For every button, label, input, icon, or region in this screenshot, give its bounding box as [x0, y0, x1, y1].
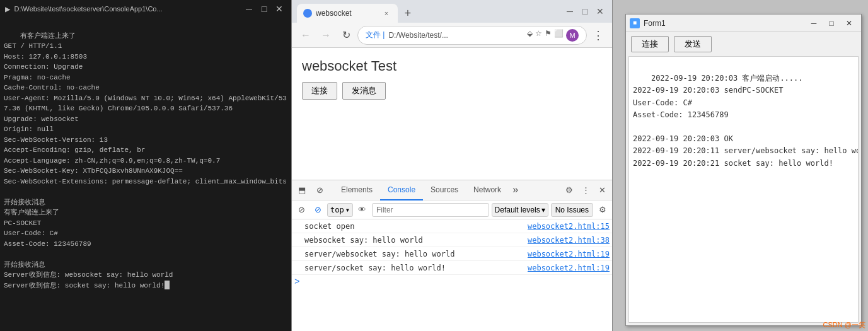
prompt-arrow: > [294, 277, 299, 287]
log-entry-4: server/socket say: hello world! websocke… [292, 261, 612, 275]
watermark: CSDN @一笑 [823, 320, 865, 330]
devtools-more-options-button[interactable]: ⋮ [578, 183, 593, 198]
console-output: 有客户端连上来了 GET / HTTP/1.1 Host: 127.0.0.1:… [0, 18, 291, 331]
context-label: top [330, 206, 344, 214]
console-title: D:\Website\test\socketserver\ConsoleApp1… [14, 5, 162, 13]
forward-button[interactable]: → [317, 26, 335, 44]
devtools-panel: ⬒ ⊘ Elements Console Sources Network » [292, 180, 612, 331]
log-text-1: socket open [304, 222, 354, 231]
browser-window: websocket × + ─ □ ✕ ← → ↻ 文件 | D:/Websit… [291, 0, 613, 331]
winforms-minimize-button[interactable]: ─ [806, 17, 822, 30]
address-bar[interactable]: 文件 | D:/Website/test/... ⬙ ☆ ⚑ ⬜ M [357, 26, 587, 45]
winforms-window: ■ Form1 ─ □ ✕ 连接 发送 2022-09-19 20:20:03 … [625, 14, 862, 326]
log-entry-2: websocket say: hello world websocket2.ht… [292, 233, 612, 247]
extension-icon: ⚑ [545, 29, 552, 42]
console-minimize-button[interactable]: ─ [242, 2, 256, 16]
profile-avatar[interactable]: M [566, 29, 579, 42]
console-titlebar-buttons: ─ □ ✕ [242, 2, 286, 16]
console-titlebar: ▶ D:\Website\test\socketserver\ConsoleAp… [0, 0, 291, 18]
browser-menu-button[interactable]: ⋮ [589, 26, 607, 44]
console-maximize-button[interactable]: □ [257, 2, 271, 16]
console-filter-input[interactable] [372, 203, 489, 217]
devtools-tab-sources[interactable]: Sources [423, 180, 466, 200]
devtools-toolbar: ⊘ ⊘ top ▾ 👁 Default levels ▾ No Issues ⚙ [292, 200, 612, 219]
browser-close-button[interactable]: ✕ [593, 4, 607, 18]
devtools-tab-network[interactable]: Network [466, 180, 509, 200]
devtools-inspect-button[interactable]: ⬒ [294, 183, 310, 198]
console-filter-button[interactable]: ⊘ [311, 203, 325, 217]
log-text-2: websocket say: hello world [304, 236, 423, 245]
devtools-close-button[interactable]: ✕ [594, 183, 610, 198]
ws-send-button[interactable]: 发消息 [342, 82, 386, 100]
devtools-left-icons: ⬒ ⊘ [294, 183, 327, 198]
browser-maximize-button[interactable]: □ [578, 4, 592, 18]
winforms-titlebar-buttons: ─ □ ✕ [806, 17, 857, 30]
log-link-1[interactable]: websocket2.html:15 [528, 222, 610, 231]
reload-button[interactable]: ↻ [337, 26, 355, 44]
tab-title: websocket [316, 9, 378, 18]
log-link-4[interactable]: websocket2.html:19 [528, 264, 610, 272]
winforms-connect-button[interactable]: 连接 [631, 36, 669, 52]
address-icon-group: ⬙ ☆ ⚑ ⬜ M [527, 29, 579, 42]
log-link-3[interactable]: websocket2.html:19 [528, 250, 610, 258]
winforms-log-area: 2022-09-19 20:20:03 客户端启动..... 2022-09-1… [628, 56, 859, 323]
console-window: ▶ D:\Website\test\socketserver\ConsoleAp… [0, 0, 291, 331]
page-title: websocket Test [302, 58, 602, 74]
browser-titlebar-controls: ─ □ ✕ [563, 4, 607, 18]
winforms-titlebar: ■ Form1 ─ □ ✕ [626, 15, 861, 32]
log-text-4: server/socket say: hello world! [304, 264, 446, 272]
browser-titlebar: websocket × + ─ □ ✕ [292, 0, 612, 23]
share-icon: ⬙ [527, 29, 533, 42]
devtools-tab-console[interactable]: Console [380, 180, 423, 200]
console-prompt-line: > [292, 275, 612, 289]
winforms-log-text: 2022-09-19 20:20:03 客户端启动..... 2022-09-1… [633, 74, 859, 167]
bookmark-icon[interactable]: ☆ [535, 29, 542, 42]
browser-tabs: websocket × + [297, 0, 417, 23]
no-issues-badge: No Issues [551, 203, 593, 217]
log-text-3: server/websocket say: hello world [304, 250, 454, 258]
screenshot-icon: ⬜ [554, 29, 564, 42]
browser-page-content: websocket Test 连接 发消息 [292, 48, 612, 180]
log-levels-selector[interactable]: Default levels ▾ [492, 203, 548, 217]
devtools-more-tabs[interactable]: » [509, 180, 523, 200]
console-close-button[interactable]: ✕ [272, 2, 286, 16]
devtools-tab-elements[interactable]: Elements [333, 180, 380, 200]
console-app-icon: ▶ [5, 4, 10, 15]
devtools-right-icons: ⚙ ⋮ ✕ [562, 183, 610, 198]
eye-button[interactable]: 👁 [356, 203, 369, 217]
issues-settings-button[interactable]: ⚙ [596, 203, 610, 217]
back-button[interactable]: ← [297, 26, 315, 44]
winforms-send-button[interactable]: 发送 [674, 36, 712, 52]
new-tab-button[interactable]: + [399, 5, 417, 23]
context-selector[interactable]: top ▾ [327, 203, 353, 217]
log-link-2[interactable]: websocket2.html:38 [528, 236, 610, 245]
console-clear-button[interactable]: ⊘ [294, 203, 308, 217]
console-cursor [165, 281, 170, 289]
console-title-area: ▶ D:\Website\test\socketserver\ConsoleAp… [5, 4, 163, 15]
winforms-title-left: ■ Form1 [630, 18, 666, 28]
log-entry-1: socket open websocket2.html:15 [292, 219, 612, 233]
devtools-device-button[interactable]: ⊘ [312, 183, 327, 198]
log-entry-3: server/websocket say: hello world websoc… [292, 247, 612, 261]
browser-minimize-button[interactable]: ─ [563, 4, 577, 18]
address-scheme: 文件 | [366, 30, 385, 40]
devtools-tabs: Elements Console Sources Network » [333, 180, 560, 200]
ws-connect-button[interactable]: 连接 [302, 82, 337, 100]
winforms-app-icon: ■ [630, 18, 640, 28]
context-dropdown-icon: ▾ [345, 206, 350, 214]
tab-close-button[interactable]: × [381, 8, 391, 18]
winforms-close-button[interactable]: ✕ [841, 17, 857, 30]
browser-tab-websocket[interactable]: websocket × [297, 4, 398, 23]
winforms-maximize-button[interactable]: □ [823, 17, 840, 30]
devtools-settings-button[interactable]: ⚙ [562, 183, 577, 198]
winforms-toolbar: 连接 发送 [626, 32, 861, 56]
devtools-titlebar: ⬒ ⊘ Elements Console Sources Network » [292, 180, 612, 200]
winforms-title: Form1 [644, 19, 666, 28]
log-levels-label: Default levels [495, 206, 540, 214]
tab-favicon [303, 9, 312, 18]
browser-nav: ← → ↻ 文件 | D:/Website/test/... ⬙ ☆ ⚑ ⬜ M… [292, 23, 612, 48]
websocket-button-group: 连接 发消息 [302, 82, 602, 100]
console-log-area: socket open websocket2.html:15 websocket… [292, 219, 612, 331]
watermark-text: CSDN @一笑 [823, 321, 865, 328]
address-path: D:/Website/test/... [388, 31, 448, 40]
